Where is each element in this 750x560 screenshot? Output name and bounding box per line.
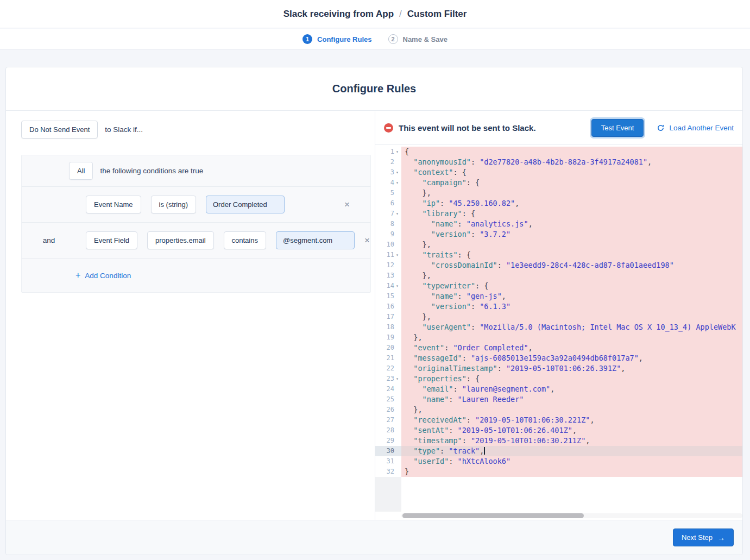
code-text[interactable]: "userId": "hXtcAlook6"	[401, 456, 742, 467]
remove-condition-button[interactable]: ×	[364, 236, 370, 245]
code-line[interactable]: 31 "userId": "hXtcAlook6"	[375, 456, 742, 467]
code-line[interactable]: 6 "ip": "45.250.160.82",	[375, 198, 742, 209]
line-gutter: 3▾	[375, 167, 401, 178]
code-text[interactable]: "properties": {	[401, 374, 742, 384]
code-text[interactable]: "event": "Order Completed",	[401, 343, 742, 353]
code-line[interactable]: 12 "crossDomainId": "1e3eedd9-28c4-428c-…	[375, 260, 742, 270]
condition-value-input[interactable]	[206, 196, 285, 213]
add-condition-button[interactable]: + Add Condition	[75, 271, 131, 280]
code-line[interactable]: 3▾ "context": {	[375, 167, 742, 178]
fold-toggle-icon[interactable]: ▾	[394, 147, 400, 157]
condition-value-input[interactable]	[276, 231, 355, 249]
code-line[interactable]: 4▾ "campaign": {	[375, 178, 742, 188]
horizontal-scrollbar-thumb[interactable]	[402, 513, 584, 518]
load-another-event-button[interactable]: Load Another Event	[657, 124, 734, 132]
filter-builder-panel: Do Not Send Event to Slack if... All the…	[6, 111, 375, 520]
code-text[interactable]: "timestamp": "2019-05-10T01:06:30.211Z",	[401, 436, 742, 446]
code-line[interactable]: 14▾ "typewriter": {	[375, 281, 742, 291]
code-text[interactable]: },	[401, 312, 742, 322]
code-line[interactable]: 7▾ "library": {	[375, 209, 742, 219]
code-line[interactable]: 2 "anonymousId": "d2e77820-a48b-4b2b-882…	[375, 157, 742, 167]
code-line[interactable]: 8 "name": "analytics.js",	[375, 219, 742, 229]
code-text[interactable]: "type": "track",	[401, 446, 742, 456]
code-text[interactable]: }	[401, 467, 742, 477]
code-text[interactable]: {	[401, 147, 742, 157]
line-number: 8	[390, 219, 394, 229]
code-text[interactable]: "name": "gen-js",	[401, 291, 742, 301]
code-line[interactable]: 30 "type": "track",	[375, 446, 742, 456]
code-text[interactable]: "name": "analytics.js",	[401, 219, 742, 229]
code-text[interactable]: "typewriter": {	[401, 281, 742, 291]
code-text[interactable]: "receivedAt": "2019-05-10T01:06:30.221Z"…	[401, 415, 742, 425]
code-line[interactable]: 23▾ "properties": {	[375, 374, 742, 384]
remove-condition-button[interactable]: ×	[344, 200, 350, 209]
json-punctuation: {	[405, 147, 409, 156]
code-line[interactable]: 18 "userAgent": "Mozilla/5.0 (Macintosh;…	[375, 322, 742, 332]
code-line[interactable]: 21 "messageId": "ajs-6085013e159ac3a92a0…	[375, 353, 742, 363]
code-text[interactable]: },	[401, 270, 742, 281]
json-punctuation: },	[405, 333, 423, 342]
code-line[interactable]: 19 },	[375, 332, 742, 343]
condition-chip-button[interactable]: contains	[224, 231, 266, 249]
code-line[interactable]: 22 "originalTimestamp": "2019-05-10T01:0…	[375, 363, 742, 374]
code-text[interactable]: "messageId": "ajs-6085013e159ac3a92a0494…	[401, 353, 742, 363]
code-text[interactable]: "name": "Lauren Reeder"	[401, 394, 742, 405]
code-text[interactable]: "sentAt": "2019-05-10T01:06:26.401Z",	[401, 425, 742, 436]
test-event-button[interactable]: Test Event	[591, 119, 644, 137]
code-line[interactable]: 29 "timestamp": "2019-05-10T01:06:30.211…	[375, 436, 742, 446]
condition-chip-button[interactable]: is (string)	[151, 196, 196, 213]
code-line[interactable]: 25 "name": "Lauren Reeder"	[375, 394, 742, 405]
json-punctuation	[405, 292, 431, 300]
code-text[interactable]: "library": {	[401, 209, 742, 219]
code-text[interactable]: "userAgent": "Mozilla/5.0 (Macintosh; In…	[401, 322, 742, 332]
code-text[interactable]: },	[401, 405, 742, 415]
code-line[interactable]: 32}	[375, 467, 742, 477]
code-line[interactable]: 13 },	[375, 270, 742, 281]
code-text[interactable]: },	[401, 188, 742, 198]
code-text[interactable]: "traits": {	[401, 250, 742, 260]
condition-chip-button[interactable]: properties.email	[147, 231, 214, 249]
code-line[interactable]: 5 },	[375, 188, 742, 198]
condition-chip-button[interactable]: Event Name	[86, 196, 141, 213]
code-line[interactable]: 17 },	[375, 312, 742, 322]
line-number: 2	[390, 157, 394, 167]
code-line[interactable]: 11▾ "traits": {	[375, 250, 742, 260]
app-header: Slack receiving from App / Custom Filter	[0, 0, 750, 28]
fold-toggle-icon[interactable]: ▾	[394, 374, 400, 384]
code-line[interactable]: 24 "email": "lauren@segment.com",	[375, 384, 742, 394]
step-name-and-save[interactable]: 2 Name & Save	[388, 34, 448, 44]
next-step-button[interactable]: Next Step →	[673, 528, 734, 546]
step-configure-rules[interactable]: 1 Configure Rules	[302, 34, 371, 44]
filter-action-dropdown[interactable]: Do Not Send Event	[21, 121, 98, 139]
code-line[interactable]: 28 "sentAt": "2019-05-10T01:06:26.401Z",	[375, 425, 742, 436]
code-line[interactable]: 1▾{	[375, 147, 742, 157]
code-text[interactable]: "context": {	[401, 167, 742, 178]
condition-chip-button[interactable]: Event Field	[86, 231, 137, 249]
code-line[interactable]: 16 "version": "6.1.3"	[375, 301, 742, 312]
code-text[interactable]: "email": "lauren@segment.com",	[401, 384, 742, 394]
code-text[interactable]: },	[401, 240, 742, 250]
fold-toggle-icon[interactable]: ▾	[394, 178, 400, 188]
code-text[interactable]: "version": "3.7.2"	[401, 229, 742, 240]
fold-toggle-icon[interactable]: ▾	[394, 167, 400, 178]
code-text[interactable]: },	[401, 332, 742, 343]
fold-toggle-icon[interactable]: ▾	[394, 250, 400, 260]
code-line[interactable]: 20 "event": "Order Completed",	[375, 343, 742, 353]
code-text[interactable]: "anonymousId": "d2e77820-a48b-4b2b-882a-…	[401, 157, 742, 167]
code-line[interactable]: 15 "name": "gen-js",	[375, 291, 742, 301]
code-text[interactable]: "crossDomainId": "1e3eedd9-28c4-428c-ad8…	[401, 260, 742, 270]
condition-row: andEvent Fieldproperties.emailcontains×	[22, 223, 370, 259]
fold-toggle-icon[interactable]: ▾	[394, 209, 400, 219]
fold-toggle-icon[interactable]: ▾	[394, 281, 400, 291]
code-text[interactable]: "ip": "45.250.160.82",	[401, 198, 742, 209]
code-text[interactable]: "campaign": {	[401, 178, 742, 188]
json-event-editor[interactable]: 1▾{2 "anonymousId": "d2e77820-a48b-4b2b-…	[375, 145, 742, 520]
code-text[interactable]: "originalTimestamp": "2019-05-10T01:06:2…	[401, 363, 742, 374]
code-line[interactable]: 9 "version": "3.7.2"	[375, 229, 742, 240]
match-selector-dropdown[interactable]: All	[69, 162, 93, 180]
code-line[interactable]: 26 },	[375, 405, 742, 415]
code-line[interactable]: 10 },	[375, 240, 742, 250]
code-text[interactable]: "version": "6.1.3"	[401, 301, 742, 312]
code-line[interactable]: 27 "receivedAt": "2019-05-10T01:06:30.22…	[375, 415, 742, 425]
breadcrumb-parent-link[interactable]: Slack receiving from App	[283, 9, 394, 20]
